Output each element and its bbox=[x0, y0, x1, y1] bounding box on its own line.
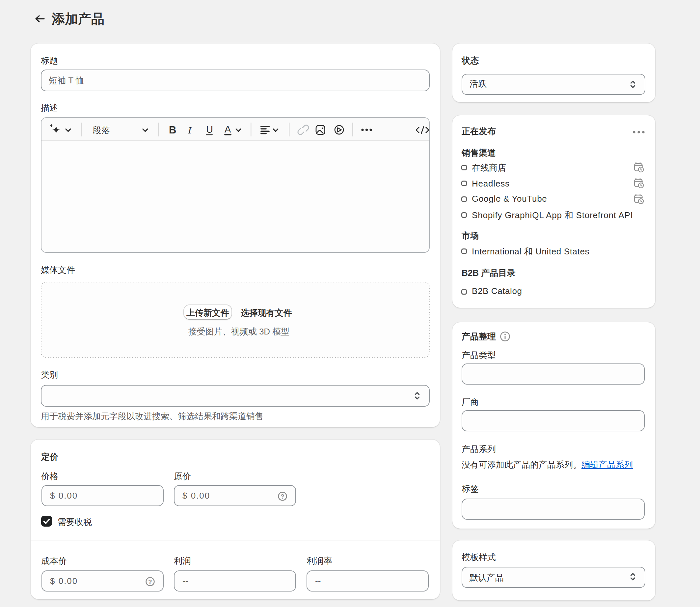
svg-text:A: A bbox=[224, 124, 231, 134]
svg-text:?: ? bbox=[148, 578, 152, 585]
svg-text:I: I bbox=[188, 125, 192, 135]
svg-text:U: U bbox=[206, 124, 213, 135]
svg-text:B: B bbox=[169, 124, 176, 136]
svg-text:?: ? bbox=[281, 493, 284, 500]
